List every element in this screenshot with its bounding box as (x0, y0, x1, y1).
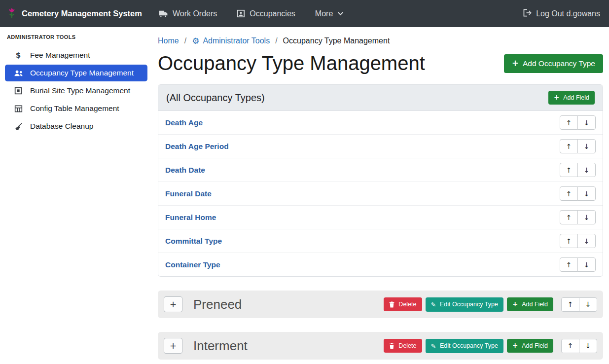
breadcrumb: Home / ⚙ Administrator Tools / Occupancy… (158, 36, 603, 46)
move-down-button[interactable]: ↓ (577, 163, 596, 177)
frame-icon (13, 87, 24, 95)
move-up-button[interactable]: ↑ (560, 139, 578, 153)
dollar-icon: $ (13, 51, 24, 60)
arrow-down-icon: ↓ (584, 214, 590, 221)
broom-icon (13, 123, 24, 130)
move-up-button[interactable]: ↑ (560, 115, 578, 130)
move-down-button[interactable]: ↓ (577, 234, 596, 248)
move-down-button[interactable]: ↓ (577, 186, 596, 201)
nav-work-orders[interactable]: Work Orders (159, 9, 217, 18)
reorder-buttons: ↑ ↓ (560, 115, 596, 130)
occupancy-type-section-preneed: + Preneed Delete ✎ Edit Occupancy Type (158, 291, 603, 318)
move-up-button[interactable]: ↑ (561, 339, 579, 353)
move-up-button[interactable]: ↑ (560, 257, 578, 272)
field-row: Death Date ↑ ↓ (158, 158, 603, 182)
plus-icon: + (554, 94, 559, 101)
edit-occupancy-type-button[interactable]: ✎ Edit Occupancy Type (426, 339, 503, 353)
nav-more[interactable]: More (315, 9, 344, 18)
move-up-button[interactable]: ↑ (560, 234, 578, 248)
field-link-death-date[interactable]: Death Date (165, 166, 205, 175)
move-down-button[interactable]: ↓ (579, 297, 597, 312)
breadcrumb-administrator-tools-label: Administrator Tools (203, 36, 270, 45)
pencil-icon: ✎ (431, 342, 436, 350)
main-content: Home / ⚙ Administrator Tools / Occupancy… (152, 27, 609, 364)
breadcrumb-separator: / (184, 36, 186, 45)
move-down-button[interactable]: ↓ (577, 139, 596, 153)
delete-button[interactable]: Delete (384, 297, 422, 311)
app-brand[interactable]: Cemetery Management System (7, 5, 142, 22)
logout-button[interactable]: Log Out d.gowans (523, 9, 600, 19)
gear-icon: ⚙ (192, 36, 199, 46)
add-field-button[interactable]: + Add Field (548, 91, 595, 105)
expand-button[interactable]: + (164, 296, 182, 312)
move-up-button[interactable]: ↑ (561, 297, 579, 312)
sidebar-item-label: Config Table Management (30, 104, 119, 113)
field-row: Container Type ↑ ↓ (158, 253, 603, 276)
trash-icon (389, 301, 394, 308)
arrow-up-icon: ↑ (566, 261, 572, 269)
move-up-button[interactable]: ↑ (560, 163, 578, 177)
reorder-buttons: ↑ ↓ (561, 297, 597, 312)
arrow-down-icon: ↓ (584, 237, 590, 245)
tulip-logo-icon (7, 5, 17, 22)
edit-occupancy-type-button[interactable]: ✎ Edit Occupancy Type (426, 297, 503, 312)
move-down-button[interactable]: ↓ (577, 210, 596, 224)
arrow-down-icon: ↓ (585, 300, 591, 308)
breadcrumb-separator: / (275, 36, 277, 45)
field-row: Funeral Home ↑ ↓ (158, 206, 603, 229)
pencil-icon: ✎ (431, 301, 436, 308)
field-link-death-age-period[interactable]: Death Age Period (165, 142, 229, 151)
sidebar-item-label: Fee Management (30, 51, 90, 60)
field-link-container-type[interactable]: Container Type (165, 260, 220, 269)
arrow-down-icon: ↓ (584, 166, 590, 174)
arrow-up-icon: ↑ (566, 143, 572, 150)
arrow-down-icon: ↓ (584, 143, 590, 150)
truck-icon (159, 10, 168, 18)
plus-icon: + (170, 341, 177, 351)
type-actions: Delete ✎ Edit Occupancy Type + Add Field… (384, 339, 597, 353)
occupancy-type-name: Preneed (193, 297, 242, 312)
add-occupancy-type-button[interactable]: + Add Occupancy Type (504, 54, 603, 73)
move-up-button[interactable]: ↑ (560, 186, 578, 201)
field-link-funeral-home[interactable]: Funeral Home (165, 213, 216, 222)
plus-icon: + (512, 342, 518, 349)
delete-button[interactable]: Delete (384, 339, 422, 353)
sidebar-item-fee-management[interactable]: $ Fee Management (5, 47, 147, 64)
breadcrumb-home[interactable]: Home (158, 36, 179, 45)
nav-links: Work Orders Occupancies More (159, 9, 344, 18)
arrow-down-icon: ↓ (584, 190, 590, 198)
move-up-button[interactable]: ↑ (560, 210, 578, 224)
add-field-button[interactable]: + Add Field (507, 297, 553, 311)
plus-icon: + (512, 59, 519, 68)
occupancy-type-name: Interment (193, 338, 248, 354)
occupancy-type-section-interment: + Interment Delete ✎ Edit Occupancy Type (158, 332, 603, 360)
field-link-committal-type[interactable]: Committal Type (165, 237, 222, 246)
field-link-funeral-date[interactable]: Funeral Date (165, 189, 212, 198)
sidebar-item-config-table-management[interactable]: Config Table Management (5, 100, 147, 117)
expand-button[interactable]: + (164, 338, 182, 354)
sidebar-item-label: Database Cleanup (30, 122, 93, 131)
arrow-up-icon: ↑ (566, 119, 572, 127)
field-row: Committal Type ↑ ↓ (158, 229, 603, 253)
arrow-up-icon: ↑ (566, 190, 572, 198)
move-down-button[interactable]: ↓ (577, 115, 596, 130)
move-down-button[interactable]: ↓ (579, 339, 597, 353)
logout-label: Log Out d.gowans (536, 9, 600, 18)
field-row: Funeral Date ↑ ↓ (158, 182, 603, 206)
breadcrumb-current: Occupancy Type Management (283, 36, 390, 45)
sidebar-item-database-cleanup[interactable]: Database Cleanup (5, 118, 147, 135)
nav-occupancies[interactable]: Occupancies (237, 9, 295, 18)
top-navbar: Cemetery Management System Work Orders (0, 0, 609, 27)
move-down-button[interactable]: ↓ (577, 257, 596, 272)
arrow-up-icon: ↑ (568, 342, 573, 350)
add-field-button[interactable]: + Add Field (507, 339, 553, 353)
sidebar-item-burial-site-type-management[interactable]: Burial Site Type Management (5, 82, 147, 99)
nav-work-orders-label: Work Orders (173, 9, 217, 18)
nav-more-label: More (315, 9, 333, 18)
field-link-death-age[interactable]: Death Age (165, 118, 203, 127)
sidebar-item-occupancy-type-management[interactable]: Occupancy Type Management (5, 65, 147, 81)
breadcrumb-administrator-tools[interactable]: ⚙ Administrator Tools (192, 36, 270, 46)
arrow-up-icon: ↑ (566, 214, 572, 221)
table-icon (13, 105, 24, 112)
arrow-down-icon: ↓ (584, 261, 590, 269)
